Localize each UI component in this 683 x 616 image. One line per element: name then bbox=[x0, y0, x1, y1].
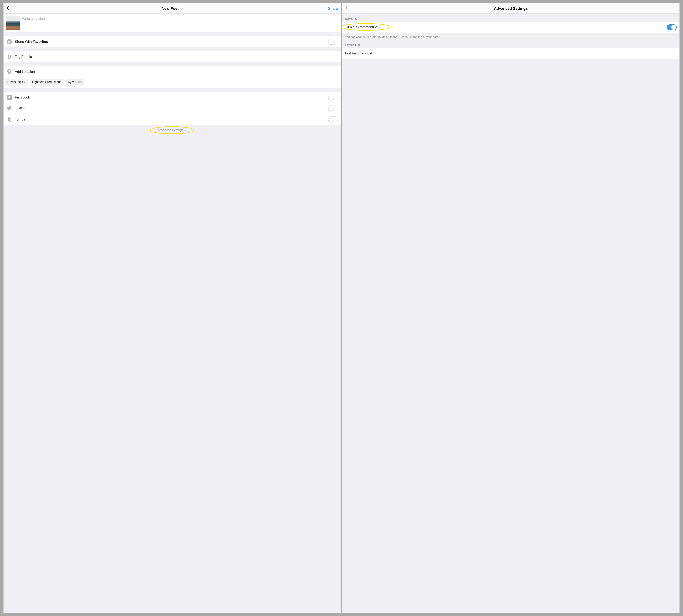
share-with-favorites-label: Share With Favorites bbox=[15, 40, 325, 44]
location-chip[interactable]: Lightfield.Productions bbox=[30, 79, 64, 86]
location-chip[interactable]: Kyiv, Ukra bbox=[66, 79, 84, 86]
twitter-label: Twitter bbox=[15, 106, 325, 110]
chevron-left-icon bbox=[345, 6, 348, 10]
post-thumbnail[interactable] bbox=[6, 16, 20, 30]
tag-people-row[interactable]: Tag People bbox=[4, 51, 341, 62]
turn-off-commenting-toggle[interactable] bbox=[667, 24, 677, 30]
advanced-settings-link[interactable]: Advanced Settings bbox=[4, 125, 341, 135]
back-button[interactable] bbox=[6, 6, 9, 12]
comments-section-header: COMMENTS bbox=[342, 14, 679, 22]
person-tag-icon bbox=[6, 54, 12, 60]
share-twitter-row[interactable]: Twitter bbox=[4, 103, 341, 114]
tag-people-label: Tag People bbox=[15, 55, 338, 59]
twitter-icon bbox=[6, 106, 12, 111]
share-facebook-row[interactable]: Facebook bbox=[4, 92, 341, 103]
favorites-section-header: FAVORITES bbox=[342, 40, 679, 48]
chevron-right-icon bbox=[185, 129, 187, 132]
location-chips: NewsOne TV Lightfield.Productions Kyiv, … bbox=[4, 77, 341, 88]
location-pin-icon bbox=[6, 69, 12, 74]
turn-off-commenting-label: Turn Off Commenting bbox=[345, 25, 664, 29]
turn-off-commenting-row[interactable]: Turn Off Commenting bbox=[342, 22, 679, 33]
page-title: Advanced Settings bbox=[342, 6, 679, 11]
chevron-down-icon bbox=[180, 7, 183, 10]
add-location-label: Add Location bbox=[15, 70, 338, 74]
twitter-toggle[interactable] bbox=[328, 106, 338, 111]
facebook-label: Facebook bbox=[15, 95, 325, 99]
tumblr-icon bbox=[6, 116, 12, 122]
navbar: Advanced Settings bbox=[342, 3, 679, 14]
star-badge-icon bbox=[6, 39, 12, 45]
back-button[interactable] bbox=[345, 6, 348, 12]
favorites-toggle[interactable] bbox=[328, 39, 338, 45]
caption-input[interactable]: Write a caption... bbox=[22, 16, 338, 30]
location-chip[interactable]: NewsOne TV bbox=[5, 79, 28, 86]
edit-favorites-label: Edit Favorites List bbox=[345, 51, 677, 55]
svg-point-3 bbox=[8, 70, 10, 72]
tumblr-label: Tumblr bbox=[15, 117, 325, 122]
share-with-favorites-row[interactable]: Share With Favorites bbox=[4, 36, 341, 47]
facebook-toggle[interactable] bbox=[328, 94, 338, 101]
share-tumblr-row[interactable]: Tumblr bbox=[4, 114, 341, 125]
edit-favorites-row[interactable]: Edit Favorites List bbox=[342, 48, 679, 59]
page-title[interactable]: New Post bbox=[4, 6, 341, 11]
commenting-hint: You can change this later by going to th… bbox=[342, 33, 679, 40]
tumblr-toggle[interactable] bbox=[328, 116, 338, 122]
share-button[interactable]: Share bbox=[328, 6, 338, 11]
svg-point-2 bbox=[9, 56, 10, 57]
new-post-screen: New Post Share Write a caption... Share … bbox=[3, 3, 341, 613]
facebook-icon bbox=[6, 94, 12, 101]
caption-row: Write a caption... bbox=[4, 14, 341, 32]
navbar: New Post Share bbox=[4, 3, 341, 14]
chevron-left-icon bbox=[6, 6, 9, 10]
advanced-settings-screen: Advanced Settings COMMENTS Turn Off Comm… bbox=[342, 3, 680, 613]
add-location-row[interactable]: Add Location bbox=[4, 66, 341, 77]
